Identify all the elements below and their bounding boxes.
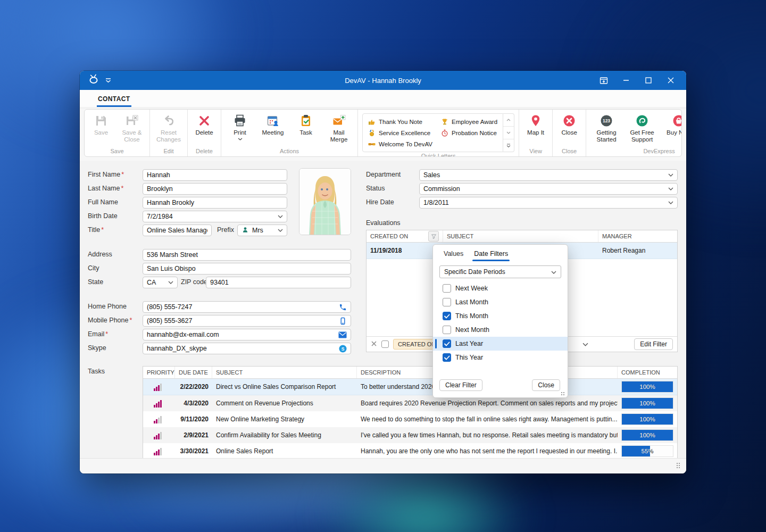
close-circle-icon (562, 114, 576, 128)
popup-resize-grip[interactable] (560, 391, 564, 395)
option-last-month[interactable]: Last Month (433, 295, 568, 309)
task-row[interactable]: 2/22/2020 Direct vs Online Sales Compari… (143, 379, 677, 395)
gallery-expand-icon[interactable] (503, 139, 514, 152)
option-next-month[interactable]: Next Month (433, 323, 568, 337)
minimize-button[interactable] (615, 71, 637, 90)
quick-letter-probation-notice[interactable]: Probation Notice (441, 128, 497, 138)
tab-values[interactable]: Values (444, 250, 463, 261)
title-field[interactable]: Online Sales Manager (143, 225, 212, 236)
tab-contact[interactable]: CONTACT (98, 95, 130, 107)
column-subject[interactable]: SUBJECT (212, 367, 357, 378)
skype-field[interactable]: hannahb_DX_skype S (143, 343, 351, 354)
checkbox-icon[interactable] (443, 298, 451, 306)
stopwatch-icon (441, 129, 448, 137)
edit-filter-button[interactable]: Edit Filter (634, 338, 673, 350)
option-this-year[interactable]: This Year (433, 351, 568, 364)
checkbox-icon[interactable] (443, 353, 451, 362)
task-row[interactable]: 4/3/2020 Comment on Revenue Projections … (143, 395, 677, 411)
chevron-down-icon[interactable] (278, 229, 283, 232)
quick-letter-thank-you-note[interactable]: Thank You Note (368, 117, 432, 127)
task-row[interactable]: 2/9/2021 Confirm Availability for Sales … (143, 427, 677, 443)
map-it-button[interactable]: Map It (521, 113, 550, 147)
buy-now-button[interactable]: Buy Now (662, 113, 682, 147)
phone-icon (339, 303, 347, 311)
getting-started-button[interactable]: 123 Getting Started (590, 113, 622, 147)
filter-enabled-checkbox[interactable] (381, 340, 389, 348)
mail-merge-button[interactable]: Mail Merge (324, 113, 353, 147)
chevron-down-icon[interactable] (668, 187, 673, 190)
chevron-down-icon[interactable] (168, 281, 173, 284)
checkbox-icon[interactable] (443, 284, 451, 293)
ribbon-display-options-button[interactable] (593, 71, 615, 90)
filter-chip-dropdown-icon[interactable] (582, 340, 588, 348)
city-field[interactable]: San Luis Obispo (143, 263, 351, 275)
column-completion[interactable]: COMPLETION (618, 367, 677, 378)
column-priority[interactable]: PRIORITY (143, 367, 175, 378)
last-name-field[interactable]: Brooklyn (143, 183, 287, 195)
meeting-button[interactable]: Meeting (259, 113, 287, 147)
close-window-button[interactable] (660, 71, 682, 90)
quick-letter-employee-award[interactable]: Employee Award (441, 117, 497, 127)
option-this-month[interactable]: This Month (433, 309, 568, 323)
buy-basket-icon (672, 114, 682, 128)
reset-changes-button[interactable]: Reset Changes (152, 113, 185, 147)
ribbon-group-close: Close Close (553, 110, 586, 156)
column-due-date[interactable]: DUE DATE (175, 367, 212, 378)
maximize-button[interactable] (637, 71, 660, 90)
mobile-phone-field[interactable]: (805) 555-3627 (143, 315, 351, 327)
get-free-support-button[interactable]: Get Free Support (626, 113, 659, 147)
address-label: Address (88, 249, 112, 260)
column-subject[interactable]: SUBJECT (443, 230, 598, 242)
quick-letter-welcome-to-devav[interactable]: Welcome To DevAV (368, 139, 432, 149)
prefix-combo[interactable]: Mrs (237, 225, 287, 236)
chevron-down-icon[interactable] (278, 215, 283, 218)
option-last-year[interactable]: Last Year (433, 337, 568, 351)
chevron-down-icon[interactable] (668, 173, 673, 177)
gallery-scroll-up-icon[interactable] (503, 114, 514, 127)
state-combo[interactable]: CA (143, 277, 178, 288)
zip-field[interactable]: 93401 (206, 277, 351, 288)
thumbs-up-icon (368, 118, 376, 126)
remove-filter-icon[interactable] (371, 340, 377, 348)
hire-date-combo[interactable]: 1/8/2011 (419, 197, 678, 209)
task-row[interactable]: 3/30/2021 Online Sales Report Hannah, yo… (143, 443, 677, 459)
department-combo[interactable]: Sales (419, 169, 678, 181)
column-created-on[interactable]: CREATED ON (367, 230, 443, 242)
save-close-button[interactable]: Save & Close (116, 113, 147, 147)
chevron-down-icon[interactable] (551, 268, 556, 276)
filter-funnel-icon[interactable] (428, 231, 439, 242)
delete-button[interactable]: Delete (190, 113, 219, 147)
ribbon-group-save: Save Save & Close Save (85, 110, 150, 156)
period-dropdown[interactable]: Specific Date Periods (439, 265, 561, 278)
handshake-icon (368, 140, 376, 148)
full-name-field[interactable]: Hannah Brookly (143, 197, 287, 209)
quick-access-dropdown-icon[interactable] (105, 76, 111, 85)
close-popup-button[interactable]: Close (532, 379, 560, 391)
ribbon-group-actions: Print Meeting Task Mail Merge (221, 110, 358, 156)
email-field[interactable]: hannahb@dx-email.com (143, 329, 351, 340)
column-manager[interactable]: MANAGER (598, 230, 677, 242)
mobile-icon (339, 317, 347, 325)
gallery-scroll-down-icon[interactable] (503, 127, 514, 139)
tab-date-filters[interactable]: Date Filters (474, 250, 508, 261)
delete-x-icon (197, 114, 211, 128)
close-record-button[interactable]: Close (555, 113, 584, 147)
print-button[interactable]: Print (226, 113, 254, 147)
task-row[interactable]: 9/11/2020 New Online Marketing Strategy … (143, 411, 677, 427)
clear-filter-button[interactable]: Clear Filter (439, 379, 482, 391)
checkbox-icon[interactable] (443, 312, 451, 320)
status-combo[interactable]: Commission (419, 183, 678, 195)
quick-letter-service-excellence[interactable]: Service Excellence (368, 128, 432, 138)
birth-date-field[interactable]: 7/2/1984 (143, 211, 287, 222)
first-name-field[interactable]: Hannah (143, 169, 287, 181)
chevron-down-icon[interactable] (668, 201, 673, 204)
checkbox-icon[interactable] (443, 326, 451, 334)
home-phone-field[interactable]: (805) 555-7247 (143, 301, 351, 313)
address-field[interactable]: 536 Marsh Street (143, 249, 351, 261)
person-icon (242, 226, 249, 235)
option-next-week[interactable]: Next Week (433, 281, 568, 295)
save-button[interactable]: Save (87, 113, 115, 147)
checkbox-icon[interactable] (443, 339, 451, 348)
task-button[interactable]: Task (292, 113, 320, 147)
window-resize-grip[interactable] (677, 463, 681, 469)
